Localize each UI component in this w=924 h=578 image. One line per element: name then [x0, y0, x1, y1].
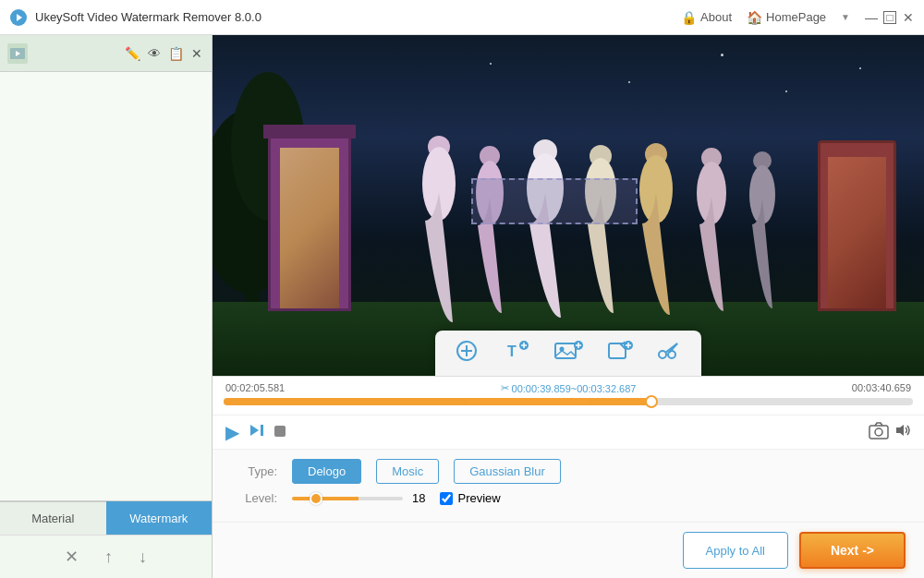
star-5 [859, 67, 861, 69]
stop-button[interactable] [273, 424, 287, 441]
star-2 [628, 81, 630, 83]
minimize-button[interactable]: — [865, 11, 878, 24]
screenshot-button[interactable] [869, 421, 889, 444]
export-tool[interactable] [600, 336, 640, 370]
nav-area: 🔒 About 🏠 HomePage ▼ [681, 10, 850, 25]
timeline-end-time: 00:03:40.659 [852, 382, 911, 394]
svg-text:T: T [507, 343, 517, 359]
options-area: Type: Delogo Mosic Gaussian Blur Level: … [213, 449, 924, 522]
star-3 [721, 54, 723, 56]
door-left-inner [280, 148, 339, 308]
sidebar-actions: ✕ ↑ ↓ [0, 535, 212, 578]
level-slider-container: 18 [292, 491, 425, 505]
export-icon [607, 340, 633, 367]
timeline-range-time: 00:00:39.859~00:03:32.687 [512, 383, 637, 394]
door-left [268, 126, 351, 311]
lock-icon: 🔒 [681, 10, 697, 25]
timeline-times: 00:02:05.581 ✂ 00:00:39.859~00:03:32.687… [224, 382, 913, 394]
move-up-button[interactable]: ↑ [101, 543, 116, 571]
svg-rect-44 [869, 426, 888, 439]
sidebar-thumb-area: ✏️ 👁 📋 ✕ [0, 35, 212, 72]
thumb-close-button[interactable]: ✕ [189, 44, 204, 63]
window-controls: — □ ✕ [865, 11, 915, 24]
tab-watermark[interactable]: Watermark [106, 501, 213, 535]
thumb-view-button[interactable]: 👁 [146, 44, 163, 63]
sidebar-content [0, 72, 212, 500]
content-area: T [213, 35, 924, 578]
svg-rect-28 [555, 343, 576, 358]
toolbar-overlay: T [435, 331, 701, 376]
title-bar: UkeySoft Video Watermark Remover 8.0.0 🔒… [0, 0, 924, 35]
app-title: UkeySoft Video Watermark Remover 8.0.0 [35, 10, 681, 24]
preview-text: Preview [457, 491, 500, 505]
maximize-button[interactable]: □ [883, 11, 896, 24]
apply-all-button[interactable]: Apply to All [683, 532, 788, 569]
preview-label[interactable]: Preview [440, 491, 500, 505]
bottom-bar: Apply to All Next -> [213, 522, 924, 578]
level-label: Level: [231, 491, 277, 505]
nav-dropdown-icon[interactable]: ▼ [841, 12, 850, 22]
move-down-button[interactable]: ↓ [135, 543, 151, 571]
timeline-thumb[interactable] [645, 395, 658, 408]
add-region-tool[interactable] [446, 336, 487, 370]
volume-icon [894, 422, 913, 439]
add-image-tool[interactable] [546, 336, 590, 370]
add-region-icon [454, 340, 480, 367]
type-mosic-button[interactable]: Mosic [376, 459, 439, 484]
preview-checkbox[interactable] [440, 492, 453, 505]
video-area: T [213, 35, 924, 376]
svg-marker-46 [896, 425, 904, 436]
tab-material[interactable]: Material [0, 501, 106, 535]
svg-marker-42 [250, 425, 259, 436]
stop-icon [274, 426, 286, 437]
timeline-start-time: 00:02:05.581 [225, 382, 285, 394]
watermark-selection-box[interactable] [471, 178, 638, 224]
timeline-track[interactable] [224, 398, 913, 405]
main-container: ✏️ 👁 📋 ✕ Material Watermark ✕ ↑ ↓ [0, 35, 924, 578]
star-1 [490, 63, 492, 65]
type-row: Type: Delogo Mosic Gaussian Blur [231, 459, 906, 484]
homepage-button[interactable]: 🏠 HomePage [747, 10, 826, 25]
add-text-tool[interactable]: T [496, 336, 537, 370]
type-label: Type: [231, 464, 277, 478]
about-label: About [700, 10, 732, 24]
scissors-timeline-icon: ✂ [501, 382, 509, 394]
volume-button[interactable] [894, 422, 913, 442]
step-forward-icon [249, 422, 265, 439]
svg-point-45 [875, 428, 882, 436]
door-left-frame [263, 125, 356, 138]
step-forward-button[interactable] [247, 420, 267, 444]
timeline-range-label: ✂ 00:00:39.859~00:03:32.687 [501, 382, 637, 394]
homepage-label: HomePage [766, 10, 826, 24]
camera-icon [869, 421, 889, 440]
timeline-area: 00:02:05.581 ✂ 00:00:39.859~00:03:32.687… [213, 376, 924, 415]
delete-button[interactable]: ✕ [61, 543, 82, 571]
lock-about-button[interactable]: 🔒 About [681, 10, 732, 25]
svg-rect-43 [261, 425, 263, 436]
play-button[interactable]: ▶ [224, 419, 241, 445]
app-logo [9, 8, 28, 27]
add-image-icon [553, 340, 583, 367]
level-value: 18 [412, 491, 425, 505]
sidebar: ✏️ 👁 📋 ✕ Material Watermark ✕ ↑ ↓ [0, 35, 213, 578]
type-delogo-button[interactable]: Delogo [292, 459, 361, 484]
play-icon: ▶ [225, 422, 239, 442]
home-icon: 🏠 [747, 10, 762, 25]
scissors-icon [657, 340, 683, 367]
level-row: Level: 18 Preview [231, 491, 906, 505]
player-controls: ▶ [213, 415, 924, 449]
close-button[interactable]: ✕ [902, 11, 915, 24]
thumb-edit-button[interactable]: ✏️ [123, 44, 142, 63]
star-4 [785, 90, 787, 92]
thumb-copy-button[interactable]: 📋 [166, 44, 186, 63]
thumbnail-icon [7, 43, 28, 64]
add-text-icon: T [504, 340, 529, 367]
type-gaussian-button[interactable]: Gaussian Blur [454, 459, 561, 484]
cut-tool[interactable] [650, 336, 690, 370]
thumb-tools: ✏️ 👁 📋 ✕ [123, 44, 204, 63]
next-button[interactable]: Next -> [799, 532, 906, 569]
level-slider[interactable] [292, 497, 403, 500]
timeline-range [465, 398, 589, 405]
sidebar-tabs: Material Watermark [0, 500, 212, 535]
